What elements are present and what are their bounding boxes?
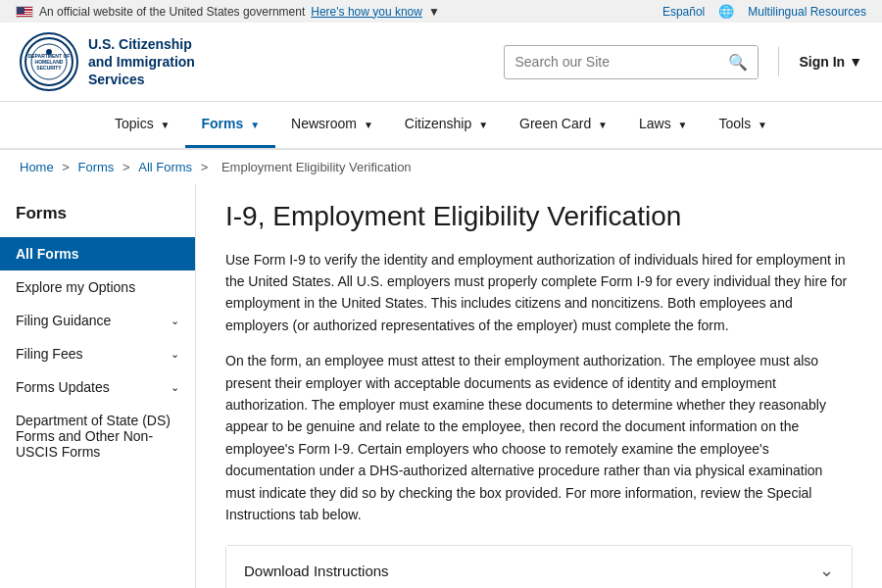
nav-item-newsroom[interactable]: Newsroom ▼ [275,102,389,145]
paragraph-1: Use Form I-9 to verify the identity and … [225,249,853,337]
gov-banner-left: An official website of the United States… [16,5,440,19]
sidebar-arrow-icon: ⌄ [171,348,179,361]
sidebar: Forms All FormsExplore my OptionsFiling … [0,184,196,588]
site-header: DEPARTMENT OF HOMELAND SECURITY U.S. Cit… [0,23,882,102]
uscis-logo: DEPARTMENT OF HOMELAND SECURITY [20,32,78,91]
sidebar-arrow-icon: ⌄ [171,315,179,327]
breadcrumb-all-forms[interactable]: All Forms [138,160,192,174]
search-input[interactable] [505,47,718,76]
logo-area: DEPARTMENT OF HOMELAND SECURITY U.S. Cit… [20,32,195,91]
globe-icon: 🌐 [718,4,734,19]
sign-in-button[interactable]: Sign In ▼ [799,54,862,70]
nav-item-tools[interactable]: Tools ▼ [704,102,783,145]
sidebar-item-filing-guidance[interactable]: Filing Guidance ⌄ [0,304,195,337]
gov-banner-right: Español 🌐 Multilingual Resources [662,4,866,19]
us-flag-icon [16,6,33,18]
nav-item-laws[interactable]: Laws ▼ [623,102,703,145]
breadcrumb-forms[interactable]: Forms [78,160,115,174]
sign-in-arrow-icon: ▼ [849,54,862,70]
sidebar-item-all-forms[interactable]: All Forms [0,237,195,270]
gov-banner: An official website of the United States… [0,0,882,23]
breadcrumb: Home > Forms > All Forms > Employment El… [0,150,882,184]
multilingual-link[interactable]: Multilingual Resources [748,5,866,19]
svg-text:SECURITY: SECURITY [36,65,62,71]
header-divider [778,47,779,76]
nav-arrow-icon: ▼ [598,120,608,130]
nav-arrow-icon: ▼ [758,120,767,130]
dropdown-arrow: ▼ [428,5,440,19]
logo-text: U.S. Citizenship and Immigration Service… [88,35,195,89]
sidebar-arrow-icon: ⌄ [171,381,179,394]
nav-arrow-icon: ▼ [478,120,488,130]
accordion-chevron-icon: ⌄ [819,560,834,581]
paragraph-2: On the form, an employee must attest to … [225,350,853,525]
nav-item-citizenship[interactable]: Citizenship ▼ [389,102,504,145]
header-right: 🔍 Sign In ▼ [504,45,862,79]
accordion-header[interactable]: Download Instructions ⌄ [226,546,852,588]
sidebar-item-forms-updates[interactable]: Forms Updates ⌄ [0,370,195,404]
nav-arrow-icon: ▼ [678,120,688,130]
content-wrapper: Forms All FormsExplore my OptionsFiling … [0,184,882,588]
search-button[interactable]: 🔍 [718,46,758,78]
download-instructions-accordion[interactable]: Download Instructions ⌄ [225,545,853,588]
breadcrumb-home[interactable]: Home [20,160,54,174]
breadcrumb-current: Employment Eligibility Verification [221,160,412,174]
svg-point-5 [46,49,52,55]
main-nav: Topics ▼Forms ▼Newsroom ▼Citizenship ▼Gr… [0,102,882,150]
how-know-link[interactable]: Here's how you know [311,5,422,19]
nav-item-forms[interactable]: Forms ▼ [185,102,275,148]
official-text: An official website of the United States… [39,5,305,19]
sidebar-item-explore-my-opti[interactable]: Explore my Options [0,270,195,304]
page-title: I-9, Employment Eligibility Verification [225,200,853,233]
main-content: I-9, Employment Eligibility Verification… [196,184,882,588]
sidebar-item-filing-fees[interactable]: Filing Fees ⌄ [0,337,195,370]
nav-arrow-icon: ▼ [250,120,260,130]
page-body: Use Form I-9 to verify the identity and … [225,249,853,526]
sidebar-item-department-of-s[interactable]: Department of State (DS) Forms and Other… [0,404,195,468]
nav-item-topics[interactable]: Topics ▼ [99,102,185,145]
nav-arrow-icon: ▼ [364,120,373,130]
nav-item-green-card[interactable]: Green Card ▼ [504,102,623,145]
search-icon: 🔍 [728,54,748,71]
espanol-link[interactable]: Español [662,5,705,19]
accordion-label: Download Instructions [244,563,389,579]
sidebar-title: Forms [0,194,195,237]
nav-arrow-icon: ▼ [161,120,171,130]
search-bar: 🔍 [504,45,759,79]
